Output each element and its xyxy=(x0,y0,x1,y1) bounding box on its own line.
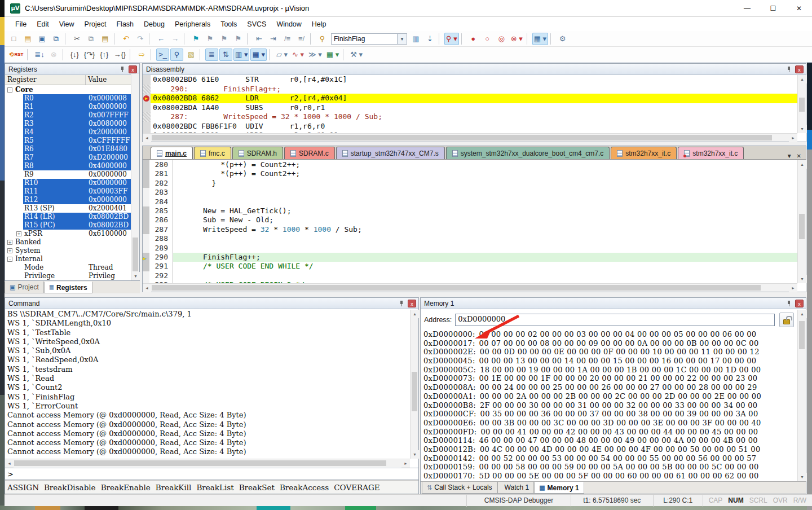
register-row[interactable]: +xPSR 0x6100000 xyxy=(5,230,131,238)
editor-gutter[interactable] xyxy=(143,188,149,197)
command-function[interactable]: ASSIGN xyxy=(7,483,39,492)
menu-item[interactable]: Tools xyxy=(215,19,242,30)
menu-item[interactable]: Window xyxy=(271,19,306,30)
step-into-button[interactable]: {↓} xyxy=(68,49,81,61)
panel-tab[interactable]: ▦ Memory 1 xyxy=(534,482,584,494)
menu-item[interactable]: Help xyxy=(307,19,332,30)
command-function[interactable]: BreakSet xyxy=(239,483,275,492)
menu-item[interactable]: Debug xyxy=(139,19,170,30)
memory-row[interactable]: 0xD0000170: 5D 00 00 00 5E 00 00 00 5F 0… xyxy=(421,472,797,481)
close-icon[interactable]: x xyxy=(795,65,804,73)
minimize-button[interactable]: — xyxy=(734,0,760,17)
close-icon[interactable]: x xyxy=(129,65,137,73)
comment-button[interactable]: /≡ xyxy=(281,33,294,45)
register-row[interactable]: Mode Thread xyxy=(5,263,131,272)
disassembly-line[interactable]: 290: FinishFlag++; xyxy=(143,85,797,94)
uncomment-button[interactable]: ≡/ xyxy=(295,33,308,45)
find-combo-input[interactable]: FinishFlag xyxy=(331,33,398,45)
registers-window-button[interactable]: ≣ xyxy=(205,49,218,61)
register-row[interactable]: -Internal xyxy=(5,255,131,263)
command-function[interactable]: BreakList xyxy=(196,483,233,492)
command-hscrollbar[interactable]: ◄ ► xyxy=(5,459,410,467)
configure-target-button[interactable]: ⚙ xyxy=(556,33,569,45)
memory-row[interactable]: 0xD0000017: 00 07 00 00 00 08 00 00 00 0… xyxy=(421,339,797,348)
editor-gutter[interactable] xyxy=(143,244,149,253)
cut-button[interactable]: ✂ xyxy=(70,33,83,45)
find-button[interactable]: ⚲ xyxy=(316,33,329,45)
memory-row[interactable]: 0xD0000142: 00 00 52 00 00 00 53 00 00 0… xyxy=(421,454,797,463)
disable-all-breakpoints-button[interactable]: ◎ xyxy=(495,33,508,45)
copy-button[interactable]: ⧉ xyxy=(85,33,98,45)
paste-button[interactable]: ▤ xyxy=(99,33,112,45)
register-row[interactable]: R8 0x4000000 xyxy=(5,162,131,170)
editor-line[interactable]: 282 } xyxy=(143,179,797,188)
command-input[interactable] xyxy=(14,468,418,480)
editor-line[interactable]: 291 /* USER CODE END WHILE */ xyxy=(143,262,797,271)
register-row[interactable]: +System xyxy=(5,247,131,255)
menu-item[interactable]: Project xyxy=(80,19,112,30)
register-row[interactable]: R6 0x01E8480 xyxy=(5,145,131,153)
disassembly-window-button[interactable]: ⚲ xyxy=(170,49,183,61)
editor-gutter[interactable] xyxy=(143,160,149,169)
new-file-button[interactable]: □ xyxy=(7,33,20,45)
disassembly-line[interactable]: 0x08002BDC FBB6F1F0 UDIV r1,r6,r0 xyxy=(143,122,797,131)
register-row[interactable]: R14 (LR) 0x08002BD xyxy=(5,213,131,221)
system-viewer-button[interactable]: ▦ ▾ xyxy=(325,49,341,61)
pin-icon[interactable] xyxy=(786,301,792,306)
reset-button[interactable]: RST xyxy=(7,49,25,61)
registers-scrollbar[interactable]: ▼ xyxy=(131,74,139,280)
memory-row[interactable]: 0xD00000E6: 00 00 3B 00 00 00 3C 00 00 0… xyxy=(421,419,797,428)
editor-line[interactable]: 287 WriteSpeed = 32 * 1000 * 1000 / Sub; xyxy=(143,225,797,234)
editor-line[interactable]: 290 FinishFlag++; xyxy=(143,253,797,262)
command-vscrollbar[interactable]: ▲ ▼ xyxy=(410,310,418,459)
step-over-button[interactable]: {↷} xyxy=(82,49,97,61)
panel-tab[interactable]: ▣ Project xyxy=(5,282,44,293)
navigate-forward-button[interactable]: → xyxy=(169,33,182,45)
disassembly-line[interactable]: 0x08002BD8 6862 LDR r2,[r4,#0x04] xyxy=(143,94,797,103)
clear-bookmarks-button[interactable]: ⚑ xyxy=(232,33,245,45)
disassembly-gutter[interactable] xyxy=(143,75,151,85)
memory-row[interactable]: 0xD0000045: 00 00 00 13 00 00 00 14 00 0… xyxy=(421,357,797,366)
memory-row[interactable]: 0xD000008A: 00 00 24 00 00 00 25 00 00 0… xyxy=(421,383,797,392)
save-button[interactable]: ▣ xyxy=(36,33,48,45)
command-function[interactable]: BreakKill xyxy=(156,483,192,492)
disassembly-gutter[interactable] xyxy=(143,85,151,94)
maximize-button[interactable]: ☐ xyxy=(760,0,786,17)
watch-window-button[interactable]: ▥ ▾ xyxy=(233,49,249,61)
menu-item[interactable]: Flash xyxy=(111,19,139,30)
lock-button[interactable] xyxy=(779,313,794,327)
editor-hscrollbar[interactable]: ◄ ► xyxy=(143,283,797,292)
register-row[interactable]: R3 0x0080000 xyxy=(5,120,131,128)
pin-icon[interactable] xyxy=(120,67,125,72)
editor-tab[interactable]: system_stm32h7xx_dualcore_boot_cm4_cm7.c xyxy=(446,147,610,159)
command-function[interactable]: BreakEnable xyxy=(101,483,151,492)
editor-tab[interactable]: main.c xyxy=(151,147,193,159)
editor-line[interactable]: 284 xyxy=(143,197,797,206)
editor-gutter[interactable] xyxy=(143,197,149,206)
disassembly-line[interactable]: 0x08002BDA 1A40 SUBS r0,r0,r1 xyxy=(143,103,797,113)
serial-window-button[interactable]: ▱ ▾ xyxy=(275,49,289,61)
tree-expander-icon[interactable]: + xyxy=(7,248,12,253)
disassembly-gutter[interactable] xyxy=(143,112,151,122)
tree-expander-icon[interactable]: + xyxy=(16,231,21,236)
register-row[interactable]: Privilege Privileg xyxy=(5,272,131,280)
navigate-back-button[interactable]: ← xyxy=(155,33,167,45)
disassembly-hscrollbar[interactable]: ◄ ► xyxy=(143,133,797,142)
register-row[interactable]: R15 (PC) 0x08002BD xyxy=(5,221,131,230)
editor-gutter[interactable] xyxy=(143,169,149,178)
window-layout-button[interactable]: ▦ ▾ xyxy=(532,33,548,45)
kill-all-breakpoints-button[interactable]: ⊗ ▾ xyxy=(509,33,524,45)
indent-button[interactable]: ⇥ xyxy=(267,33,280,45)
memory-row[interactable]: 0xD0000073: 00 1E 00 00 00 1F 00 00 00 2… xyxy=(421,374,797,383)
insert-bookmark-button[interactable]: ⚑ xyxy=(189,33,202,45)
undo-button[interactable]: ↶ xyxy=(120,33,133,45)
close-icon[interactable]: x xyxy=(408,300,416,307)
disassembly-gutter[interactable] xyxy=(143,103,151,113)
editor-gutter[interactable] xyxy=(143,271,149,280)
register-row[interactable]: R0 0x0000008 xyxy=(5,94,131,103)
memory-vscrollbar[interactable]: ▲ ▼ xyxy=(797,310,806,481)
analysis-window-button[interactable]: ∿ ▾ xyxy=(290,49,306,61)
command-function[interactable]: BreakAccess xyxy=(280,483,329,492)
editor-gutter[interactable] xyxy=(143,225,149,234)
register-row[interactable]: R1 0x0000000 xyxy=(5,103,131,111)
